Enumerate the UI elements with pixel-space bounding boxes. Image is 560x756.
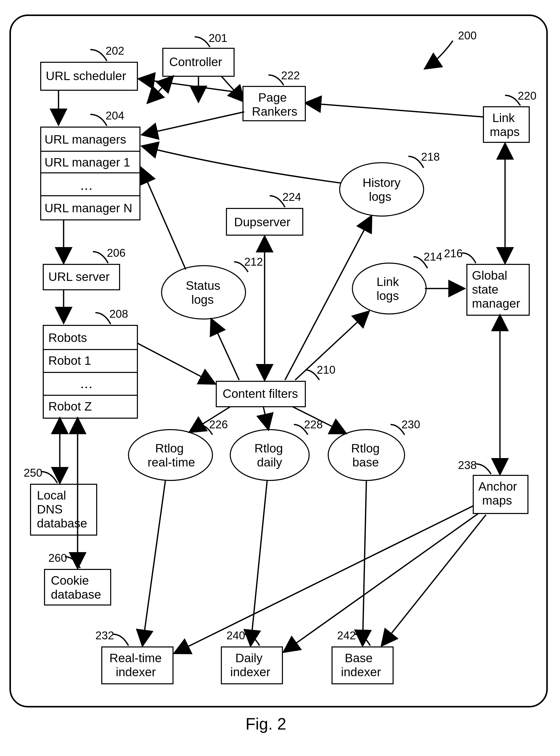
history-logs-l2: logs bbox=[369, 190, 391, 203]
svg-line-26 bbox=[142, 112, 244, 135]
svg-line-28 bbox=[263, 407, 268, 429]
ref-201: 201 bbox=[208, 32, 227, 44]
url-managers-row1: URL manager 1 bbox=[44, 155, 130, 169]
link-logs-l1: Link bbox=[377, 275, 399, 289]
daily-indexer-l1: Daily bbox=[235, 651, 263, 665]
ref-250: 250 bbox=[24, 466, 42, 479]
link-maps-l2: maps bbox=[490, 125, 520, 139]
rtlog-rt-l1: Rtlog bbox=[155, 442, 184, 455]
svg-line-16 bbox=[137, 343, 215, 384]
local-dns-l3: database bbox=[37, 517, 87, 530]
controller-label: Controller bbox=[169, 55, 222, 69]
robots-rown: Robot Z bbox=[48, 400, 92, 413]
rtlog-daily-ellipse bbox=[230, 429, 309, 480]
cookie-db-l1: Cookie bbox=[51, 574, 89, 587]
local-dns-l1: Local bbox=[37, 488, 66, 502]
status-logs-l2: logs bbox=[191, 293, 214, 306]
svg-line-31 bbox=[142, 480, 165, 646]
rtlog-daily-l1: Rtlog bbox=[255, 442, 283, 455]
svg-line-36 bbox=[382, 515, 486, 646]
gsm-l1: Global bbox=[472, 269, 507, 282]
anchor-maps-l2: maps bbox=[482, 493, 512, 507]
rtlog-base-ellipse bbox=[328, 429, 404, 480]
ref-224: 224 bbox=[282, 191, 301, 203]
base-indexer-l1: Base bbox=[345, 651, 373, 665]
local-dns-l2: DNS bbox=[37, 503, 63, 516]
svg-line-34 bbox=[174, 506, 473, 653]
ref-242: 242 bbox=[337, 629, 356, 642]
svg-line-24 bbox=[305, 103, 483, 117]
status-logs-ellipse bbox=[162, 266, 245, 319]
rt-indexer-l1: Real-time bbox=[109, 651, 162, 665]
link-logs-l2: logs bbox=[377, 289, 399, 302]
ellipsis-icon: ⋮ bbox=[80, 183, 93, 195]
anchor-maps-l1: Anchor bbox=[478, 480, 517, 493]
cookie-db-l2: database bbox=[51, 588, 101, 601]
robots-row1: Robot 1 bbox=[48, 354, 91, 367]
ref-216: 216 bbox=[444, 247, 463, 259]
robots-header: Robots bbox=[48, 331, 87, 344]
svg-line-32 bbox=[251, 480, 267, 646]
rtlog-realtime-ellipse bbox=[128, 429, 213, 480]
link-logs-ellipse bbox=[353, 263, 426, 314]
ref-200: 200 bbox=[458, 29, 477, 42]
ref-212: 212 bbox=[244, 255, 263, 268]
dupserver-label: Dupserver bbox=[234, 215, 290, 229]
rt-indexer-l2: indexer bbox=[116, 665, 156, 679]
base-indexer-l2: indexer bbox=[341, 665, 381, 679]
ref-260: 260 bbox=[48, 552, 67, 564]
status-logs-l1: Status bbox=[186, 279, 220, 292]
svg-line-35 bbox=[284, 513, 478, 652]
page-rankers-l1: Page bbox=[258, 91, 287, 104]
ref-208: 208 bbox=[109, 308, 128, 320]
url-managers-header: URL managers bbox=[44, 133, 126, 146]
content-filters-label: Content filters bbox=[223, 387, 298, 400]
ref-226: 226 bbox=[209, 418, 228, 430]
url-server-label: URL server bbox=[48, 270, 109, 284]
ref-220: 220 bbox=[518, 89, 536, 102]
ref-230: 230 bbox=[401, 418, 420, 430]
ref-202: 202 bbox=[105, 44, 124, 57]
gsm-l2: state bbox=[472, 283, 498, 296]
rtlog-rt-l2: real-time bbox=[147, 456, 195, 469]
history-logs-ellipse bbox=[340, 163, 424, 216]
ref-232: 232 bbox=[95, 629, 114, 642]
ref-206: 206 bbox=[107, 247, 125, 259]
rtlog-base-l2: base bbox=[353, 456, 379, 469]
url-managers-rown: URL manager N bbox=[44, 201, 132, 215]
figure-caption: Fig. 2 bbox=[245, 715, 286, 733]
page-rankers-l2: Rankers bbox=[252, 105, 297, 118]
rtlog-daily-l2: daily bbox=[257, 456, 282, 469]
svg-line-17 bbox=[211, 319, 239, 380]
ref-240: 240 bbox=[226, 629, 245, 642]
svg-line-33 bbox=[363, 480, 366, 646]
ref-238: 238 bbox=[458, 459, 477, 471]
link-maps-l1: Link bbox=[492, 111, 515, 125]
url-scheduler-label: URL scheduler bbox=[46, 69, 126, 83]
daily-indexer-l2: indexer bbox=[230, 665, 270, 679]
history-logs-l1: History bbox=[363, 176, 400, 189]
gsm-l3: manager bbox=[472, 297, 520, 310]
ref-204: 204 bbox=[105, 109, 124, 122]
svg-line-18 bbox=[141, 168, 186, 270]
ref-210: 210 bbox=[317, 363, 335, 376]
rtlog-base-l1: Rtlog bbox=[351, 442, 380, 455]
ellipsis-icon-2: ⋮ bbox=[80, 381, 93, 394]
ref-214: 214 bbox=[424, 250, 442, 263]
svg-line-2 bbox=[221, 76, 244, 102]
ref-218: 218 bbox=[421, 150, 440, 163]
ref-222: 222 bbox=[281, 69, 300, 82]
